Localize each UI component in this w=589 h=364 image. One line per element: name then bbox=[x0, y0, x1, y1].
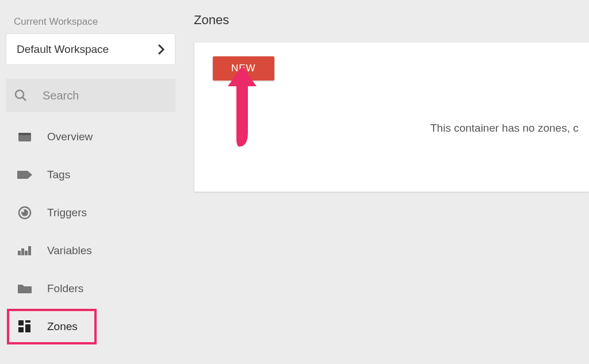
nav-label: Triggers bbox=[47, 206, 87, 219]
main-content: Zones NEW This container has no zones, c bbox=[181, 0, 589, 364]
svg-rect-9 bbox=[25, 251, 28, 255]
svg-rect-10 bbox=[28, 246, 31, 255]
empty-state-text: This container has no zones, c bbox=[430, 122, 579, 135]
nav-item-triggers[interactable]: Triggers bbox=[6, 194, 175, 232]
search-placeholder: Search bbox=[43, 89, 79, 102]
nav-label: Overview bbox=[47, 131, 93, 143]
nav-item-tags[interactable]: Tags bbox=[6, 156, 175, 194]
sidebar: Current Workspace Default Workspace Sear… bbox=[0, 0, 181, 364]
svg-rect-7 bbox=[18, 251, 21, 255]
folder-icon bbox=[17, 281, 32, 296]
workspace-label: Current Workspace bbox=[6, 16, 175, 28]
nav-item-folders[interactable]: Folders bbox=[6, 270, 175, 308]
search-input[interactable]: Search bbox=[6, 79, 175, 112]
nav-item-zones[interactable]: Zones bbox=[6, 308, 98, 346]
trigger-icon bbox=[17, 205, 32, 220]
svg-rect-11 bbox=[18, 320, 24, 325]
svg-rect-8 bbox=[21, 248, 24, 255]
svg-rect-3 bbox=[18, 133, 31, 135]
svg-rect-12 bbox=[25, 320, 30, 323]
nav-label: Tags bbox=[47, 168, 70, 181]
nav-list: Overview Tags Triggers Variables Folders bbox=[6, 118, 175, 346]
svg-rect-14 bbox=[18, 327, 24, 332]
page-title: Zones bbox=[194, 13, 589, 28]
tag-icon bbox=[17, 167, 32, 182]
svg-rect-13 bbox=[25, 324, 30, 332]
variables-icon bbox=[17, 243, 32, 258]
zones-card: NEW This container has no zones, c bbox=[194, 43, 589, 192]
svg-point-6 bbox=[22, 210, 24, 212]
search-icon bbox=[14, 89, 28, 102]
nav-item-variables[interactable]: Variables bbox=[6, 232, 175, 270]
chevron-right-icon bbox=[158, 44, 165, 55]
nav-label: Variables bbox=[47, 244, 92, 257]
zones-icon bbox=[17, 319, 32, 334]
new-button[interactable]: NEW bbox=[213, 56, 274, 81]
svg-line-1 bbox=[22, 97, 26, 101]
workspace-name: Default Workspace bbox=[17, 43, 109, 56]
nav-label: Zones bbox=[47, 320, 78, 333]
nav-label: Folders bbox=[47, 282, 83, 295]
overview-icon bbox=[17, 129, 32, 144]
svg-point-0 bbox=[16, 90, 24, 98]
workspace-selector[interactable]: Default Workspace bbox=[6, 33, 175, 65]
nav-item-overview[interactable]: Overview bbox=[6, 118, 175, 156]
